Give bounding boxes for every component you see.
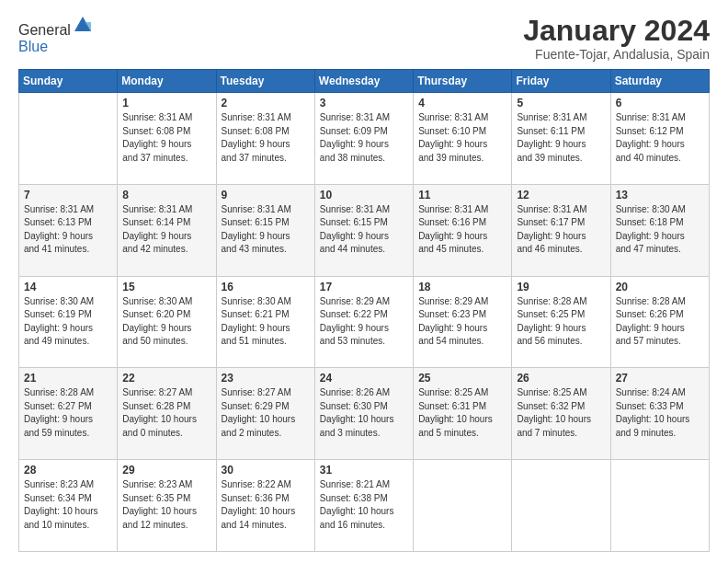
day-info: Sunrise: 8:23 AMSunset: 6:35 PMDaylight:… [122,478,210,532]
day-info: Sunrise: 8:31 AMSunset: 6:14 PMDaylight:… [122,203,210,257]
header-thursday: Thursday [414,70,512,93]
daylight-text-1: Daylight: 10 hours [320,506,394,516]
sunrise-text: Sunrise: 8:23 AM [122,479,192,489]
day-number: 24 [320,372,408,385]
day-number: 20 [616,281,704,293]
daylight-text-1: Daylight: 9 hours [122,231,191,241]
daylight-text-1: Daylight: 10 hours [418,414,493,424]
table-row: 13Sunrise: 8:30 AMSunset: 6:18 PMDayligh… [610,184,709,276]
sunrise-text: Sunrise: 8:27 AM [122,387,192,397]
table-row: 24Sunrise: 8:26 AMSunset: 6:30 PMDayligh… [314,368,413,460]
day-info: Sunrise: 8:26 AMSunset: 6:30 PMDaylight:… [320,386,408,440]
sunrise-text: Sunrise: 8:31 AM [418,112,488,122]
daylight-text-1: Daylight: 9 hours [122,323,191,333]
header-friday: Friday [512,70,610,93]
day-number: 14 [24,281,112,293]
daylight-text-2: and 59 minutes. [24,428,89,438]
sunset-text: Sunset: 6:38 PM [320,493,388,503]
table-row: 27Sunrise: 8:24 AMSunset: 6:33 PMDayligh… [610,368,709,460]
sunset-text: Sunset: 6:15 PM [320,217,388,227]
day-info: Sunrise: 8:28 AMSunset: 6:27 PMDaylight:… [24,386,112,440]
day-number: 2 [222,97,310,109]
daylight-text-2: and 51 minutes. [222,336,287,346]
daylight-text-1: Daylight: 9 hours [24,231,93,241]
table-row: 12Sunrise: 8:31 AMSunset: 6:17 PMDayligh… [512,184,610,276]
sunrise-text: Sunrise: 8:31 AM [320,204,390,214]
daylight-text-2: and 39 minutes. [418,153,483,163]
day-info: Sunrise: 8:31 AMSunset: 6:17 PMDaylight:… [517,203,605,257]
table-row: 31Sunrise: 8:21 AMSunset: 6:38 PMDayligh… [314,460,413,552]
sunrise-text: Sunrise: 8:25 AM [418,387,488,397]
daylight-text-1: Daylight: 9 hours [517,231,586,241]
day-info: Sunrise: 8:31 AMSunset: 6:16 PMDaylight:… [418,203,506,257]
header: General Blue January 2024 Fuente-Tojar, … [18,15,710,62]
sunset-text: Sunset: 6:18 PM [616,217,684,227]
header-tuesday: Tuesday [216,70,314,93]
daylight-text-1: Daylight: 9 hours [616,139,685,149]
table-row: 30Sunrise: 8:22 AMSunset: 6:36 PMDayligh… [216,460,314,552]
day-number: 29 [122,464,210,477]
table-row: 4Sunrise: 8:31 AMSunset: 6:10 PMDaylight… [414,93,512,185]
day-number: 18 [418,281,506,293]
day-info: Sunrise: 8:31 AMSunset: 6:12 PMDaylight:… [616,111,704,165]
daylight-text-1: Daylight: 9 hours [616,231,685,241]
day-info: Sunrise: 8:31 AMSunset: 6:15 PMDaylight:… [222,203,310,257]
table-row: 6Sunrise: 8:31 AMSunset: 6:12 PMDaylight… [610,93,709,185]
day-number: 27 [616,372,704,385]
daylight-text-1: Daylight: 9 hours [418,323,487,333]
day-info: Sunrise: 8:29 AMSunset: 6:22 PMDaylight:… [320,295,408,349]
daylight-text-1: Daylight: 9 hours [320,139,389,149]
day-info: Sunrise: 8:31 AMSunset: 6:09 PMDaylight:… [320,111,408,165]
sunrise-text: Sunrise: 8:30 AM [616,204,686,214]
sunset-text: Sunset: 6:08 PM [122,126,190,136]
daylight-text-1: Daylight: 9 hours [418,139,487,149]
sunset-text: Sunset: 6:32 PM [517,401,585,411]
day-info: Sunrise: 8:22 AMSunset: 6:36 PMDaylight:… [222,478,310,532]
table-row: 2Sunrise: 8:31 AMSunset: 6:08 PMDaylight… [216,93,314,185]
day-number: 22 [122,372,210,385]
calendar-table: Sunday Monday Tuesday Wednesday Thursday… [18,69,710,552]
day-number: 28 [24,464,112,477]
calendar-week-row: 28Sunrise: 8:23 AMSunset: 6:34 PMDayligh… [19,460,710,552]
daylight-text-1: Daylight: 10 hours [517,414,591,424]
table-row: 29Sunrise: 8:23 AMSunset: 6:35 PMDayligh… [118,460,216,552]
sunset-text: Sunset: 6:35 PM [122,493,190,503]
table-row: 16Sunrise: 8:30 AMSunset: 6:21 PMDayligh… [216,276,314,368]
sunset-text: Sunset: 6:14 PM [122,217,190,227]
daylight-text-2: and 54 minutes. [418,336,483,346]
daylight-text-2: and 49 minutes. [24,336,89,346]
sunrise-text: Sunrise: 8:30 AM [24,296,94,306]
daylight-text-2: and 41 minutes. [24,244,89,254]
table-row: 3Sunrise: 8:31 AMSunset: 6:09 PMDaylight… [314,93,413,185]
sunrise-text: Sunrise: 8:27 AM [222,387,291,397]
daylight-text-2: and 10 minutes. [24,520,89,530]
sunrise-text: Sunrise: 8:31 AM [24,204,94,214]
daylight-text-1: Daylight: 9 hours [418,231,487,241]
table-row [512,460,610,552]
sunrise-text: Sunrise: 8:30 AM [222,296,291,306]
calendar-week-row: 21Sunrise: 8:28 AMSunset: 6:27 PMDayligh… [19,368,710,460]
sunset-text: Sunset: 6:17 PM [517,217,585,227]
sunset-text: Sunset: 6:10 PM [418,126,486,136]
daylight-text-2: and 53 minutes. [320,336,385,346]
day-number: 26 [517,372,605,385]
day-number: 10 [320,189,408,201]
day-info: Sunrise: 8:30 AMSunset: 6:18 PMDaylight:… [616,203,704,257]
table-row: 11Sunrise: 8:31 AMSunset: 6:16 PMDayligh… [414,184,512,276]
daylight-text-2: and 44 minutes. [320,244,385,254]
table-row: 28Sunrise: 8:23 AMSunset: 6:34 PMDayligh… [19,460,118,552]
day-info: Sunrise: 8:25 AMSunset: 6:32 PMDaylight:… [517,386,605,440]
table-row: 17Sunrise: 8:29 AMSunset: 6:22 PMDayligh… [314,276,413,368]
daylight-text-2: and 9 minutes. [616,428,677,438]
sunset-text: Sunset: 6:28 PM [122,401,190,411]
table-row: 14Sunrise: 8:30 AMSunset: 6:19 PMDayligh… [19,276,118,368]
day-number: 19 [517,281,605,293]
table-row: 21Sunrise: 8:28 AMSunset: 6:27 PMDayligh… [19,368,118,460]
header-sunday: Sunday [19,70,118,93]
title-block: January 2024 Fuente-Tojar, Andalusia, Sp… [523,15,710,62]
day-info: Sunrise: 8:31 AMSunset: 6:08 PMDaylight:… [122,111,210,165]
daylight-text-1: Daylight: 10 hours [122,506,197,516]
table-row: 19Sunrise: 8:28 AMSunset: 6:25 PMDayligh… [512,276,610,368]
table-row: 5Sunrise: 8:31 AMSunset: 6:11 PMDaylight… [512,93,610,185]
day-info: Sunrise: 8:31 AMSunset: 6:11 PMDaylight:… [517,111,605,165]
